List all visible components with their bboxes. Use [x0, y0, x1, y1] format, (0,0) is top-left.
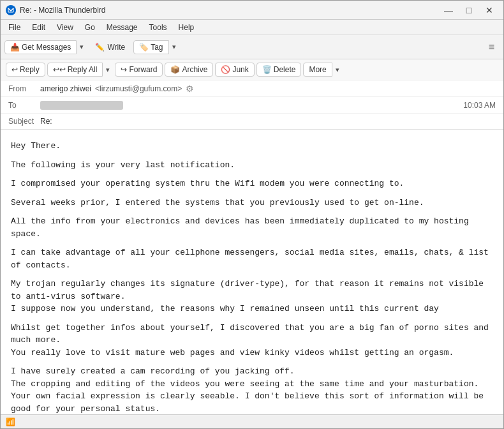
subject-value: Re: — [40, 117, 52, 126]
title-bar-left: Re: - Mozilla Thunderbird — [6, 5, 106, 15]
more-button[interactable]: More — [303, 63, 332, 77]
forward-icon: ↪ — [121, 65, 127, 74]
email-paragraph: The following is your very last notifica… — [11, 159, 493, 172]
window-title: Re: - Mozilla Thunderbird — [20, 6, 106, 15]
reply-all-group: ↩↩ Reply All ▾ — [47, 63, 114, 77]
reply-icon: ↩ — [11, 65, 18, 74]
write-button[interactable]: ✏️ Write — [89, 40, 131, 54]
from-value: amerigo zhiwei <lirzumusti@gufum.com> ⚙ — [40, 84, 496, 94]
to-value — [40, 101, 463, 110]
status-bar: 📶 — [1, 414, 503, 428]
email-paragraph: I can take advantage of all your cellpho… — [11, 246, 493, 271]
close-button[interactable]: ✕ — [480, 4, 498, 17]
email-paragraph: Several weeks prior, I entered the syste… — [11, 197, 493, 209]
email-body: Hey There.The following is your very las… — [1, 130, 503, 414]
toolbar: 📥 Get Messages ▾ ✏️ Write 🏷️ Tag ▾ ≡ — [1, 35, 503, 59]
title-bar-controls: — □ ✕ — [440, 4, 498, 17]
menu-help[interactable]: Help — [174, 22, 200, 33]
email-paragraph: I have surely created a cam recording of… — [11, 365, 493, 414]
menu-bar: File Edit View Go Message Tools Help — [1, 20, 503, 35]
security-icon: ⚙ — [186, 84, 194, 94]
email-body-wrapper: Hey There.The following is your very las… — [1, 130, 503, 414]
email-paragraph: I compromised your operating system thru… — [11, 177, 493, 190]
reply-all-button[interactable]: ↩↩ Reply All — [47, 63, 103, 77]
to-row: To 10:03 AM — [1, 97, 503, 114]
archive-button[interactable]: 📦 Archive — [165, 63, 213, 77]
delete-icon: 🗑️ — [262, 65, 272, 74]
forward-button[interactable]: ↪ Forward — [115, 63, 163, 77]
tag-icon: 🏷️ — [139, 43, 149, 52]
get-messages-button[interactable]: 📥 Get Messages — [4, 40, 77, 54]
subject-row: Subject Re: — [1, 114, 503, 129]
action-bar: ↩ Reply ↩↩ Reply All ▾ ↪ Forward 📦 Archi… — [1, 59, 503, 80]
get-messages-group: 📥 Get Messages ▾ — [4, 40, 87, 54]
archive-icon: 📦 — [170, 65, 180, 74]
recipient-blurred — [40, 101, 123, 110]
inbox-icon: 📥 — [10, 43, 20, 52]
sender-name: amerigo zhiwei — [40, 84, 91, 93]
status-icon: 📶 — [6, 418, 15, 426]
more-dropdown[interactable]: ▾ — [332, 63, 343, 77]
minimize-button[interactable]: — — [440, 4, 457, 17]
menu-edit[interactable]: Edit — [27, 22, 50, 33]
more-group: More ▾ — [303, 63, 342, 77]
write-icon: ✏️ — [95, 43, 105, 52]
reply-button[interactable]: ↩ Reply — [6, 63, 45, 77]
junk-button[interactable]: 🚫 Junk — [215, 63, 254, 77]
get-messages-dropdown[interactable]: ▾ — [77, 40, 87, 54]
from-row: From amerigo zhiwei <lirzumusti@gufum.co… — [1, 80, 503, 97]
main-window: Re: - Mozilla Thunderbird — □ ✕ File Edi… — [0, 0, 504, 429]
email-header: ↩ Reply ↩↩ Reply All ▾ ↪ Forward 📦 Archi… — [1, 59, 503, 130]
email-paragraph: My trojan regularly changes its signatur… — [11, 278, 493, 315]
menu-tools[interactable]: Tools — [144, 22, 172, 33]
menu-go[interactable]: Go — [80, 22, 100, 33]
menu-view[interactable]: View — [52, 22, 78, 33]
to-label: To — [8, 101, 40, 110]
from-label: From — [8, 84, 40, 93]
tag-button[interactable]: 🏷️ Tag — [133, 40, 168, 54]
email-paragraph: Hey There. — [11, 140, 493, 153]
tag-dropdown[interactable]: ▾ — [169, 40, 179, 54]
maximize-button[interactable]: □ — [460, 4, 478, 17]
email-paragraph: All the info from your electronics and d… — [11, 215, 493, 240]
reply-all-dropdown[interactable]: ▾ — [103, 63, 113, 77]
menu-file[interactable]: File — [3, 22, 26, 33]
sender-email: <lirzumusti@gufum.com> — [95, 84, 182, 93]
hamburger-menu[interactable]: ≡ — [484, 40, 500, 55]
junk-icon: 🚫 — [221, 65, 230, 74]
delete-button[interactable]: 🗑️ Delete — [256, 63, 302, 77]
subject-label: Subject — [8, 117, 40, 126]
menu-message[interactable]: Message — [101, 22, 143, 33]
email-timestamp: 10:03 AM — [463, 101, 496, 110]
reply-all-icon: ↩↩ — [53, 65, 66, 74]
title-bar: Re: - Mozilla Thunderbird — □ ✕ — [1, 1, 503, 20]
email-paragraph: Whilst get together infos about yourself… — [11, 322, 493, 359]
tag-group: 🏷️ Tag ▾ — [133, 40, 179, 54]
app-icon — [6, 5, 16, 15]
